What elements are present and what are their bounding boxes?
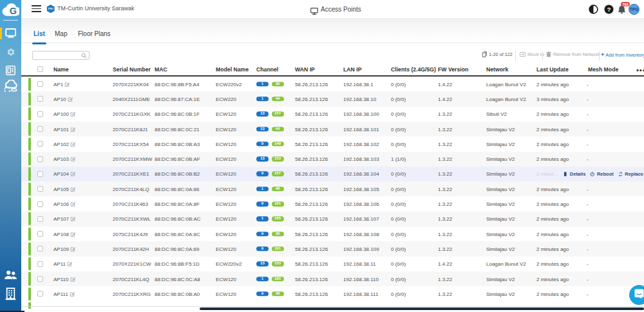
- svg-text:G: G: [10, 6, 17, 16]
- svg-text:?: ?: [607, 6, 611, 13]
- svg-text:PRO: PRO: [48, 8, 53, 10]
